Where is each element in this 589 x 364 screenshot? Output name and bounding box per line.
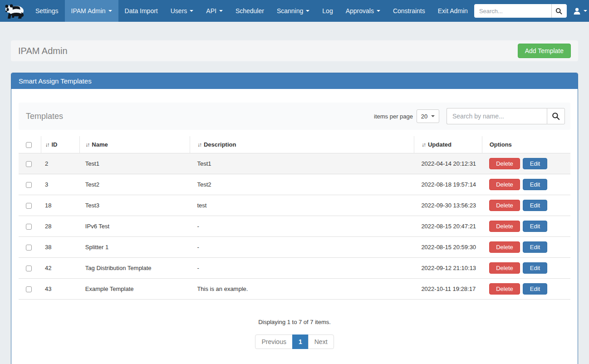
- pagination-page-1[interactable]: 1: [292, 334, 309, 349]
- table-header-row: ↓↑ID ↓↑Name ↓↑Description ↓↑Updated Opti: [19, 136, 570, 153]
- nav-item-constraints[interactable]: Constraints: [387, 0, 432, 22]
- cell-options: DeleteEdit: [482, 258, 570, 279]
- cell-options: DeleteEdit: [482, 195, 570, 216]
- nav-item-settings[interactable]: Settings: [29, 0, 65, 22]
- cell-description: test: [190, 195, 414, 216]
- cell-name: Tag Distribution Template: [80, 258, 190, 279]
- pagination-next[interactable]: Next: [308, 334, 334, 349]
- cell-options: DeleteEdit: [482, 174, 570, 195]
- chevron-down-icon: [219, 10, 223, 12]
- row-checkbox-cell: [19, 195, 41, 216]
- edit-button[interactable]: Edit: [523, 262, 547, 274]
- row-checkbox-cell: [19, 279, 41, 300]
- row-checkbox[interactable]: [26, 245, 32, 251]
- row-checkbox[interactable]: [26, 182, 32, 188]
- nav-item-data-import[interactable]: Data Import: [118, 0, 164, 22]
- sort-icon: ↓↑: [85, 142, 89, 148]
- page-title: IPAM Admin: [18, 46, 68, 56]
- items-per-page-label: items per page: [374, 113, 413, 120]
- delete-button[interactable]: Delete: [489, 262, 520, 274]
- row-checkbox-cell: [19, 174, 41, 195]
- cell-name: IPv6 Test: [80, 216, 190, 237]
- table-row: 38Splitter 1-2022-08-15 20:59:30DeleteEd…: [19, 237, 570, 258]
- nav-item-label: Data Import: [125, 7, 158, 15]
- edit-button[interactable]: Edit: [523, 200, 547, 211]
- cell-name: Test2: [80, 174, 190, 195]
- nav-item-exit-admin[interactable]: Exit Admin: [432, 0, 474, 22]
- row-checkbox[interactable]: [26, 266, 32, 271]
- nav-item-users[interactable]: Users: [164, 0, 200, 22]
- user-menu[interactable]: [573, 7, 587, 15]
- pagination: Previous 1 Next: [255, 334, 334, 349]
- cell-id: 18: [41, 195, 80, 216]
- sort-icon: ↓↑: [422, 142, 425, 148]
- cell-name: Example Template: [80, 279, 190, 300]
- edit-button[interactable]: Edit: [523, 179, 547, 190]
- edit-button[interactable]: Edit: [523, 158, 547, 169]
- cell-updated: 2022-08-15 20:47:21: [414, 216, 482, 237]
- cell-description: This is an example.: [190, 279, 414, 300]
- navbar-menu: SettingsIPAM AdminData ImportUsersAPISch…: [29, 0, 474, 22]
- nav-item-scanning[interactable]: Scanning: [270, 0, 316, 22]
- row-checkbox[interactable]: [26, 203, 32, 209]
- chevron-down-icon: [584, 10, 587, 12]
- delete-button[interactable]: Delete: [489, 158, 520, 169]
- nav-item-label: Exit Admin: [438, 7, 468, 15]
- column-header-options: Options: [482, 136, 570, 153]
- chevron-down-icon: [108, 10, 112, 12]
- name-search-input[interactable]: [447, 108, 547, 124]
- delete-button[interactable]: Delete: [489, 200, 520, 211]
- cell-description: -: [190, 237, 414, 258]
- global-search-button[interactable]: [551, 4, 567, 18]
- chevron-down-icon: [377, 10, 380, 12]
- column-header-name[interactable]: ↓↑Name: [80, 136, 190, 153]
- cell-description: Test1: [190, 153, 414, 174]
- chevron-down-icon: [190, 10, 193, 12]
- global-search-input[interactable]: [474, 4, 551, 18]
- navbar-right: [474, 0, 589, 22]
- table-row: 42Tag Distribution Template-2022-09-12 2…: [19, 258, 570, 279]
- row-checkbox-cell: [19, 237, 41, 258]
- nav-item-approvals[interactable]: Approvals: [339, 0, 387, 22]
- row-checkbox-cell: [19, 258, 41, 279]
- nav-item-label: Scanning: [277, 7, 303, 15]
- items-per-page-select[interactable]: 20: [417, 109, 439, 123]
- edit-button[interactable]: Edit: [523, 283, 547, 295]
- panel-title: Smart Assign Templates: [11, 73, 578, 89]
- cell-updated: 2022-08-18 19:57:14: [414, 174, 482, 195]
- global-search-group: [474, 4, 567, 18]
- row-checkbox[interactable]: [26, 286, 32, 292]
- name-search-button[interactable]: [547, 108, 565, 124]
- items-per-page-value: 20: [421, 113, 427, 120]
- nav-item-label: IPAM Admin: [71, 7, 106, 15]
- user-icon: [573, 7, 581, 15]
- edit-button[interactable]: Edit: [523, 241, 547, 253]
- row-checkbox[interactable]: [26, 224, 32, 230]
- column-header-id[interactable]: ↓↑ID: [41, 136, 80, 153]
- brand-logo[interactable]: [0, 0, 29, 22]
- cell-updated: 2022-10-11 19:28:17: [414, 279, 482, 300]
- nav-item-ipam-admin[interactable]: IPAM Admin: [65, 0, 118, 22]
- nav-item-label: Users: [171, 7, 187, 15]
- templates-table-body: 2Test1Test12022-04-14 20:12:31DeleteEdit…: [19, 153, 570, 300]
- delete-button[interactable]: Delete: [489, 241, 520, 253]
- edit-button[interactable]: Edit: [523, 221, 547, 232]
- delete-button[interactable]: Delete: [489, 179, 520, 190]
- toolbar-controls: items per page 20: [374, 108, 565, 124]
- row-checkbox[interactable]: [26, 161, 32, 167]
- cell-description: -: [190, 216, 414, 237]
- add-template-button[interactable]: Add Template: [518, 44, 571, 58]
- delete-button[interactable]: Delete: [489, 221, 520, 232]
- pagination-previous[interactable]: Previous: [255, 334, 292, 349]
- row-checkbox-cell: [19, 153, 41, 174]
- column-header-updated[interactable]: ↓↑Updated: [414, 136, 482, 153]
- delete-button[interactable]: Delete: [489, 283, 520, 295]
- cell-id: 42: [41, 258, 80, 279]
- table-row: 28IPv6 Test-2022-08-15 20:47:21DeleteEdi…: [19, 216, 570, 237]
- nav-item-label: Log: [322, 7, 333, 15]
- nav-item-log[interactable]: Log: [316, 0, 339, 22]
- nav-item-api[interactable]: API: [200, 0, 229, 22]
- select-all-checkbox[interactable]: [26, 142, 32, 148]
- nav-item-scheduler[interactable]: Scheduler: [229, 0, 270, 22]
- column-header-description[interactable]: ↓↑Description: [190, 136, 414, 153]
